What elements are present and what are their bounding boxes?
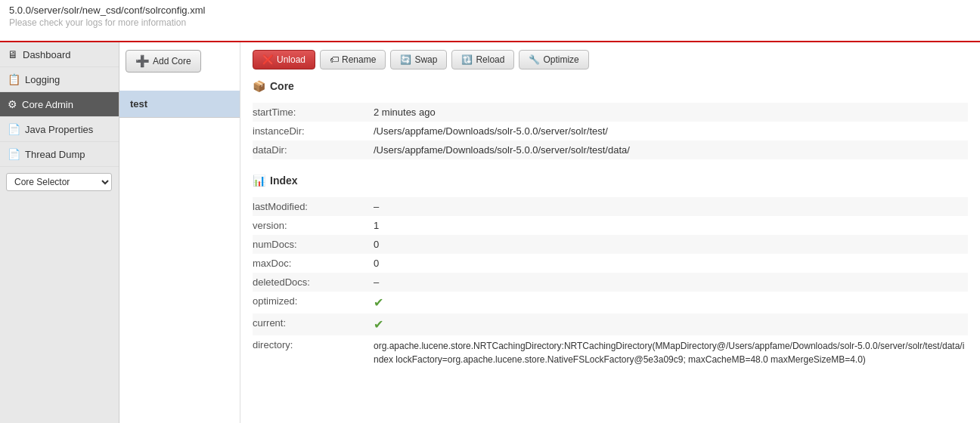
field-value: – bbox=[374, 197, 968, 216]
core-section-icon: 📦 bbox=[253, 80, 265, 92]
sidebar-label-logging: Logging bbox=[25, 74, 60, 85]
unload-label: Unload bbox=[277, 54, 305, 65]
field-key: numDocs: bbox=[253, 235, 374, 254]
table-row: optimized: ✔ bbox=[253, 292, 968, 313]
field-key: deletedDocs: bbox=[253, 273, 374, 292]
field-key: instanceDir: bbox=[253, 122, 374, 140]
add-icon: ➕ bbox=[135, 54, 150, 68]
field-key: lastModified: bbox=[253, 197, 374, 216]
rename-icon: 🏷 bbox=[330, 54, 339, 65]
sidebar-item-dashboard[interactable]: 🖥 Dashboard bbox=[0, 42, 119, 67]
index-section-title: Index bbox=[270, 174, 298, 187]
core-section-title: Core bbox=[270, 80, 294, 92]
field-key: maxDoc: bbox=[253, 254, 374, 273]
swap-button[interactable]: 🔄 Swap bbox=[390, 50, 447, 69]
sidebar-label-thread-dump: Thread Dump bbox=[25, 149, 85, 160]
toolbar: ❌ Unload 🏷 Rename 🔄 Swap 🔃 bbox=[253, 50, 968, 69]
table-row: instanceDir: /Users/appfame/Downloads/so… bbox=[253, 122, 968, 140]
sidebar-item-logging[interactable]: 📋 Logging bbox=[0, 67, 119, 92]
sidebar-label-java-properties: Java Properties bbox=[25, 124, 93, 135]
core-list-item-test[interactable]: test bbox=[119, 91, 240, 118]
sidebar-item-core-admin[interactable]: ⚙ Core Admin bbox=[0, 92, 119, 117]
core-section-header: 📦 Core bbox=[253, 80, 968, 95]
directory-value: org.apache.lucene.store.NRTCachingDirect… bbox=[374, 341, 964, 365]
rename-button[interactable]: 🏷 Rename bbox=[320, 50, 386, 69]
sidebar-label-core-admin: Core Admin bbox=[22, 99, 73, 110]
field-value: /Users/appfame/Downloads/solr-5.0.0/serv… bbox=[374, 122, 968, 140]
field-key: optimized: bbox=[253, 292, 374, 313]
optimize-button[interactable]: 🔧 Optimize bbox=[519, 50, 588, 69]
field-value: /Users/appfame/Downloads/solr-5.0.0/serv… bbox=[374, 140, 968, 159]
field-value: 2 minutes ago bbox=[374, 103, 968, 122]
field-value: 0 bbox=[374, 235, 968, 254]
table-row: startTime: 2 minutes ago bbox=[253, 103, 968, 122]
field-key: startTime: bbox=[253, 103, 374, 122]
add-core-button[interactable]: ➕ Add Core bbox=[126, 50, 201, 73]
java-properties-icon: 📄 bbox=[8, 123, 20, 135]
unload-button[interactable]: ❌ Unload bbox=[253, 50, 315, 69]
optimize-icon: 🔧 bbox=[529, 54, 540, 65]
field-value: ✔ bbox=[374, 313, 968, 335]
core-admin-icon: ⚙ bbox=[8, 98, 17, 110]
field-key: directory: bbox=[253, 335, 374, 370]
swap-label: Swap bbox=[414, 54, 437, 65]
error-message: Please check your logs for more informat… bbox=[9, 17, 971, 28]
main-area: 🖥 Dashboard 📋 Logging ⚙ Core Admin 📄 Jav… bbox=[0, 42, 980, 423]
field-value-directory: org.apache.lucene.store.NRTCachingDirect… bbox=[374, 335, 968, 370]
dashboard-icon: 🖥 bbox=[8, 48, 18, 60]
table-row: version: 1 bbox=[253, 216, 968, 235]
swap-icon: 🔄 bbox=[400, 54, 411, 65]
thread-dump-icon: 📄 bbox=[8, 148, 20, 160]
core-selector[interactable]: Core Selector bbox=[6, 173, 112, 191]
field-value: 1 bbox=[374, 216, 968, 235]
index-section-header: 📊 Index bbox=[253, 174, 968, 190]
table-row: current: ✔ bbox=[253, 313, 968, 335]
app-container: 5.0.0/server/solr/new_csd/conf/solrconfi… bbox=[0, 0, 980, 423]
current-check: ✔ bbox=[374, 318, 383, 331]
optimized-check: ✔ bbox=[374, 296, 383, 309]
optimize-label: Optimize bbox=[543, 54, 578, 65]
table-row: numDocs: 0 bbox=[253, 235, 968, 254]
field-value: 0 bbox=[374, 254, 968, 273]
reload-button[interactable]: 🔃 Reload bbox=[451, 50, 514, 69]
right-panel: ❌ Unload 🏷 Rename 🔄 Swap 🔃 bbox=[240, 42, 980, 423]
index-info-table: lastModified: – version: 1 numDocs: 0 bbox=[253, 197, 968, 370]
reload-label: Reload bbox=[476, 54, 504, 65]
core-selector-wrap: Core Selector bbox=[0, 167, 119, 197]
field-value: – bbox=[374, 273, 968, 292]
sidebar-item-java-properties[interactable]: 📄 Java Properties bbox=[0, 117, 119, 142]
core-info-table: startTime: 2 minutes ago instanceDir: /U… bbox=[253, 103, 968, 159]
content-area: ➕ Add Core test ❌ Unload bbox=[119, 42, 980, 423]
table-row: maxDoc: 0 bbox=[253, 254, 968, 273]
sidebar-item-thread-dump[interactable]: 📄 Thread Dump bbox=[0, 142, 119, 167]
logging-icon: 📋 bbox=[8, 73, 20, 85]
rename-label: Rename bbox=[342, 54, 376, 65]
table-row: directory: org.apache.lucene.store.NRTCa… bbox=[253, 335, 968, 370]
sidebar-label-dashboard: Dashboard bbox=[23, 49, 71, 60]
add-core-label: Add Core bbox=[153, 56, 191, 66]
error-banner: 5.0.0/server/solr/new_csd/conf/solrconfi… bbox=[0, 0, 980, 42]
field-value: ✔ bbox=[374, 292, 968, 313]
index-section-icon: 📊 bbox=[253, 174, 265, 187]
field-key: version: bbox=[253, 216, 374, 235]
left-panel: ➕ Add Core test bbox=[119, 42, 240, 423]
content-inner: ➕ Add Core test ❌ Unload bbox=[119, 42, 980, 423]
field-key: current: bbox=[253, 313, 374, 335]
field-key: dataDir: bbox=[253, 140, 374, 159]
error-path: 5.0.0/server/solr/new_csd/conf/solrconfi… bbox=[9, 5, 971, 16]
table-row: dataDir: /Users/appfame/Downloads/solr-5… bbox=[253, 140, 968, 159]
reload-icon: 🔃 bbox=[461, 54, 473, 65]
table-row: lastModified: – bbox=[253, 197, 968, 216]
core-name-test: test bbox=[130, 98, 147, 110]
unload-icon: ❌ bbox=[262, 54, 274, 65]
sidebar: 🖥 Dashboard 📋 Logging ⚙ Core Admin 📄 Jav… bbox=[0, 42, 119, 423]
table-row: deletedDocs: – bbox=[253, 273, 968, 292]
